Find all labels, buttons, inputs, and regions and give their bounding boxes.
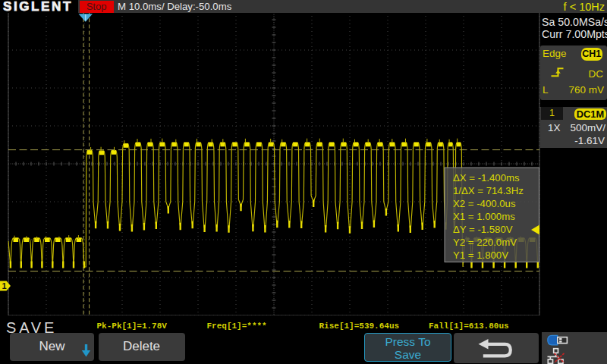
svg-text:ΔY = -1.580V: ΔY = -1.580V [453, 224, 513, 235]
svg-text:Y2 = 220.0mV: Y2 = 220.0mV [453, 237, 517, 248]
svg-text:X2 = -400.0us: X2 = -400.0us [453, 198, 516, 209]
svg-text:1/ΔX = 714.3Hz: 1/ΔX = 714.3Hz [453, 185, 524, 196]
svg-text:ΔX = -1.400ms: ΔX = -1.400ms [453, 172, 520, 184]
svg-text:Y1 = 1.800V: Y1 = 1.800V [453, 249, 508, 261]
svg-text:1: 1 [2, 281, 7, 290]
svg-text:X1 = 1.000ms: X1 = 1.000ms [453, 211, 515, 222]
